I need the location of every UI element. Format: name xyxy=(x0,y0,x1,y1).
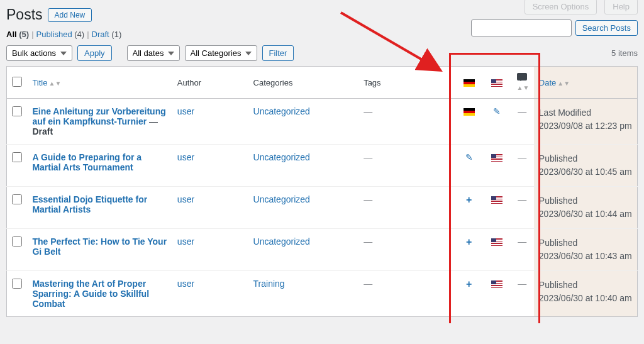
row-checkbox[interactable] xyxy=(12,194,22,204)
date-value: Published2023/06/30 at 10:43 am xyxy=(539,236,632,263)
flag-de-icon xyxy=(464,79,475,87)
dates-select[interactable]: All dates xyxy=(127,45,180,61)
sort-icon: ▲▼ xyxy=(557,80,570,87)
lang-de-cell[interactable]: + xyxy=(455,229,483,271)
post-title-link[interactable]: Mastering the Art of Proper Sparring: A … xyxy=(32,279,149,309)
plus-icon[interactable]: + xyxy=(466,194,472,205)
category-link[interactable]: Uncategorized xyxy=(253,236,310,247)
tags-value: — xyxy=(364,236,372,247)
comments-value: — xyxy=(518,194,526,204)
flag-us-icon xyxy=(491,280,502,288)
col-author: Author xyxy=(172,67,248,99)
pencil-icon[interactable]: ✎ xyxy=(465,152,473,162)
date-value: Published2023/06/30 at 10:40 am xyxy=(539,279,632,305)
col-categories: Categories xyxy=(248,67,359,99)
filter-all[interactable]: All (5) xyxy=(6,30,29,39)
col-date[interactable]: Date▲▼ xyxy=(534,67,638,99)
lang-de-cell[interactable]: ✎ xyxy=(455,145,483,187)
post-title-link[interactable]: Essential Dojo Etiquette for Martial Art… xyxy=(32,194,147,214)
comment-icon xyxy=(517,73,527,80)
col-lang-de xyxy=(455,67,483,99)
plus-icon[interactable]: + xyxy=(466,236,472,247)
lang-us-cell[interactable] xyxy=(483,187,511,229)
categories-select[interactable]: All Categories xyxy=(185,45,257,61)
apply-button[interactable]: Apply xyxy=(77,45,112,61)
screen-options-button[interactable]: Screen Options xyxy=(525,0,597,14)
flag-us-icon xyxy=(491,238,502,246)
date-value: Published2023/06/30 at 10:44 am xyxy=(539,194,632,221)
row-checkbox[interactable] xyxy=(12,236,22,247)
lang-us-cell[interactable]: ✎ xyxy=(483,99,511,145)
comments-value: — xyxy=(518,106,526,116)
pencil-icon[interactable]: ✎ xyxy=(493,106,501,116)
posts-table: Title▲▼ Author Categories Tags ▲▼ Date▲▼… xyxy=(6,66,638,317)
tags-value: — xyxy=(364,279,372,289)
row-checkbox[interactable] xyxy=(12,106,22,116)
comments-value: — xyxy=(518,279,526,289)
items-count: 5 items xyxy=(611,48,638,58)
bulk-actions-select[interactable]: Bulk actions xyxy=(6,45,72,61)
comments-value: — xyxy=(518,236,526,247)
date-value: Last Modified2023/09/08 at 12:23 pm xyxy=(539,106,632,133)
comments-value: — xyxy=(518,152,526,162)
post-title-link[interactable]: A Guide to Preparing for a Martial Arts … xyxy=(32,152,142,172)
tags-value: — xyxy=(364,152,372,162)
author-link[interactable]: user xyxy=(177,236,194,247)
category-link[interactable]: Training xyxy=(253,279,285,289)
author-link[interactable]: user xyxy=(177,194,194,204)
help-button[interactable]: Help xyxy=(604,0,638,14)
author-link[interactable]: user xyxy=(177,279,194,289)
lang-us-cell[interactable] xyxy=(483,145,511,187)
filter-published[interactable]: Published (4) xyxy=(36,30,85,39)
table-row: A Guide to Preparing for a Martial Arts … xyxy=(7,145,638,187)
table-row: Eine Anleitung zur Vorbereitung auf ein … xyxy=(7,99,638,145)
row-checkbox[interactable] xyxy=(12,152,22,162)
table-row: Essential Dojo Etiquette for Martial Art… xyxy=(7,187,638,229)
post-title-link[interactable]: The Perfect Tie: How to Tie Your Gi Belt xyxy=(32,236,167,257)
sort-icon: ▲▼ xyxy=(48,80,61,87)
lang-de-cell[interactable]: + xyxy=(455,187,483,229)
status-filter: All (5) | Published (4) | Draft (1) xyxy=(6,30,121,39)
page-title: Posts xyxy=(6,6,43,23)
col-lang-us xyxy=(483,67,511,99)
flag-us-icon xyxy=(491,79,502,87)
col-comments[interactable]: ▲▼ xyxy=(511,67,534,99)
lang-us-cell[interactable] xyxy=(483,229,511,271)
flag-us-icon xyxy=(491,196,502,204)
select-all-checkbox[interactable] xyxy=(12,77,22,87)
lang-de-cell[interactable] xyxy=(455,99,483,145)
filter-draft[interactable]: Draft (1) xyxy=(92,30,122,39)
col-tags: Tags xyxy=(358,67,455,99)
flag-de-icon xyxy=(464,108,475,116)
author-link[interactable]: user xyxy=(177,152,194,162)
tags-value: — xyxy=(364,194,372,204)
table-row: Mastering the Art of Proper Sparring: A … xyxy=(7,271,638,317)
lang-de-cell[interactable]: + xyxy=(455,271,483,317)
row-checkbox[interactable] xyxy=(12,279,22,289)
col-title[interactable]: Title▲▼ xyxy=(27,67,172,99)
filter-button[interactable]: Filter xyxy=(262,45,294,61)
table-row: The Perfect Tie: How to Tie Your Gi Belt… xyxy=(7,229,638,271)
add-new-button[interactable]: Add New xyxy=(48,8,92,22)
lang-us-cell[interactable] xyxy=(483,271,511,317)
sort-icon: ▲▼ xyxy=(517,84,530,91)
search-input[interactable] xyxy=(471,19,572,36)
post-title-link[interactable]: Eine Anleitung zur Vorbereitung auf ein … xyxy=(32,106,165,126)
tags-value: — xyxy=(364,106,372,116)
date-value: Published2023/06/30 at 10:45 am xyxy=(539,152,632,179)
category-link[interactable]: Uncategorized xyxy=(253,106,310,116)
author-link[interactable]: user xyxy=(177,106,194,116)
flag-us-icon xyxy=(491,154,502,162)
category-link[interactable]: Uncategorized xyxy=(253,194,310,204)
category-link[interactable]: Uncategorized xyxy=(253,152,310,162)
search-posts-button[interactable]: Search Posts xyxy=(575,20,638,36)
plus-icon[interactable]: + xyxy=(466,279,472,289)
